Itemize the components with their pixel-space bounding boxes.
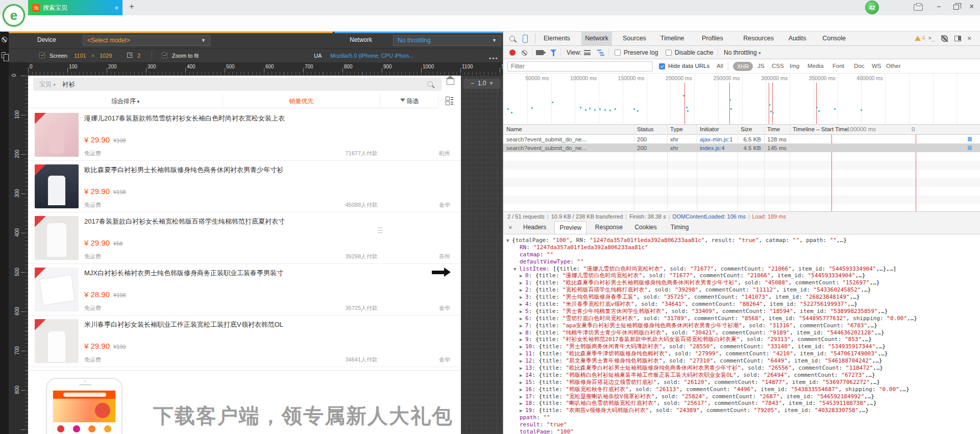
json-line[interactable]: ▶2: {title: "宽松韩版百搭学生纯棉打底衬衣", sold: "392…: [506, 286, 980, 294]
json-line[interactable]: totalPage: "100": [506, 428, 980, 434]
network-overview[interactable]: 50000 ms100000 ms150000 ms200000 ms25000…: [503, 74, 980, 125]
device-model-select[interactable]: <Select model>▼: [83, 35, 210, 46]
request-row[interactable]: search?event_submit_do_ne...200xhrindex.…: [503, 143, 980, 152]
settings-gear-icon[interactable]: [941, 35, 948, 42]
list-view-icon[interactable]: [584, 50, 591, 55]
sort-tab-3[interactable]: 筛选: [380, 94, 439, 108]
screen-checkbox[interactable]: [39, 53, 45, 58]
tab-close-icon[interactable]: ×: [114, 4, 118, 12]
detail-tab-cookies[interactable]: Cookies: [630, 221, 661, 234]
dock-side-icon[interactable]: [954, 36, 961, 41]
tab-sources[interactable]: Sources: [619, 32, 650, 45]
search-category[interactable]: 宝贝: [39, 81, 52, 88]
detail-tab-preview[interactable]: Preview: [554, 221, 586, 234]
speed-badge[interactable]: 42: [865, 1, 879, 14]
filter-all[interactable]: All: [717, 63, 723, 69]
detail-tab-timing[interactable]: Timing: [666, 221, 694, 234]
record-icon[interactable]: [509, 50, 516, 56]
dpr-value[interactable]: 2: [137, 53, 140, 59]
pane-resize-handle[interactable]: •••: [489, 55, 499, 62]
column-header-3[interactable]: Initiator: [700, 126, 719, 132]
view-mode-grid-icon[interactable]: [446, 97, 453, 104]
page-zoom-control[interactable]: − 1.0 +: [463, 79, 500, 89]
json-line[interactable]: ▶5: {title: "男士青少年纯棉复古休闲学生韩版衬衣", sold: "…: [506, 308, 980, 315]
tab-elements[interactable]: Elements: [540, 32, 574, 45]
detail-tab-headers[interactable]: Headers: [519, 221, 551, 234]
column-header-5[interactable]: Time: [767, 126, 780, 132]
json-line[interactable]: ▶18: {title: "喇叭袖白色雪纺韩版宽松打底衬衣", sold: "2…: [506, 400, 980, 407]
maximize-button[interactable]: [953, 5, 959, 10]
product-row[interactable]: 欧比森夏季白衬衫男士长袖韩版修身纯色商务休闲衬衣男青少年寸衫¥ 29.90¥19…: [28, 161, 461, 212]
request-initiator[interactable]: index.js:4: [700, 145, 725, 151]
json-line[interactable]: ▶8: {title: "纯棉牛津坊男士青少年休闲韩版白衬衣", sold: "…: [506, 329, 980, 336]
product-title[interactable]: 2017春装新款白衬衫女长袖宽松韩版百搭学生纯棉韩范打底夏衬衣寸: [84, 217, 350, 226]
inspect-toggle-icon[interactable]: [2, 37, 7, 42]
console-drawer-icon[interactable]: >_: [928, 35, 935, 41]
product-row[interactable]: MJX白衬衫长袖衬衣男士纯色韩版修身商务正装职业工装春季男装寸¥ 28.90¥1…: [28, 264, 461, 316]
json-line[interactable]: ▼listItem: [{title: "漫娜儿雪纺白色时尚宽松衬衣", sol…: [506, 266, 980, 273]
json-line[interactable]: ▶6: {title: "雪纺打底白色时尚宽松衬衣", sold: "31789…: [506, 315, 980, 322]
screen-width-value[interactable]: 1101: [74, 53, 86, 59]
clear-icon[interactable]: [522, 50, 527, 56]
new-tab-button[interactable]: +: [129, 2, 134, 12]
json-line[interactable]: ▶0: {title: "漫娜儿雪纺白色时尚宽松衬衣", sold: "7167…: [506, 272, 980, 279]
page-search-bar[interactable]: 宝贝 ▾ 衬衫: [33, 78, 442, 91]
filter-type-other[interactable]: Other: [886, 63, 901, 69]
sort-tab-1[interactable]: 综合排序 ▾: [28, 94, 223, 108]
json-line[interactable]: ▶14: {title: "韩版棉白色衬衫短袖夏装半袖工作服正装工装大码衬衣职业…: [506, 372, 980, 379]
json-line[interactable]: ▶10: {title: "男士韩版商务休闲青年大码薄款衬衣", sold: "…: [506, 343, 980, 350]
warning-icon[interactable]: [915, 36, 921, 41]
tab-network[interactable]: Network: [581, 32, 612, 45]
request-name[interactable]: search?event_submit_do_ne...: [506, 145, 629, 151]
preview-json-tree[interactable]: ▼{totalPage: "100", RN: "1247da357a01f1e…: [503, 234, 980, 434]
warning-count[interactable]: 4: [922, 35, 925, 41]
filter-type-js[interactable]: JS: [757, 63, 764, 69]
request-name[interactable]: search?event_submit_do_ne...: [506, 136, 629, 142]
column-header-1[interactable]: Status: [637, 126, 654, 132]
filter-xhr-selected[interactable]: XHR: [733, 62, 753, 71]
json-line[interactable]: defaultViewType: "": [506, 258, 980, 266]
throttling-select[interactable]: No throttling ▾: [724, 49, 761, 56]
product-title[interactable]: 米川春季白衬衫女装长袖职业工作正装宽松工装打底V领衬衣韩范OL: [84, 320, 350, 329]
json-line[interactable]: ▶7: {title: "apa安夏季白衬衫男士短袖韩版修身纯色商务休闲衬衣男青…: [506, 322, 980, 329]
json-line[interactable]: ppath: "": [506, 414, 980, 421]
json-line[interactable]: catmap: "": [506, 251, 980, 258]
column-header-2[interactable]: Type: [670, 126, 683, 132]
window-close-button[interactable]: ×: [969, 2, 974, 11]
product-title[interactable]: 漫娜儿2017春装新款韩范雪纺衬衫女长袖白色时尚衬衣宽松女装上衣: [84, 114, 350, 123]
filter-type-img[interactable]: Img: [790, 63, 799, 69]
search-term[interactable]: 衬衫: [62, 81, 75, 88]
json-line[interactable]: ▶9: {title: "衬衫女长袖韩范2017春装新款中长款大码女装百搭宽松韩…: [506, 336, 980, 343]
json-line[interactable]: result: "true": [506, 421, 980, 428]
theme-shirt-icon[interactable]: [914, 4, 923, 11]
filter-type-font[interactable]: Font: [832, 63, 844, 69]
json-line[interactable]: ▶12: {title: "易文夏季男士青年修身纯色韩版衬衣", sold: "…: [506, 357, 980, 365]
minimize-button[interactable]: −: [937, 2, 941, 11]
app-download-banner[interactable]: 下载客户端，领专属新人大礼包: [28, 370, 461, 434]
product-row[interactable]: 2017春装新款白衬衫女长袖宽松韩版百搭学生纯棉韩范打底夏衬衣寸¥ 29.90¥…: [28, 212, 461, 264]
disable-cache-checkbox[interactable]: [666, 50, 672, 56]
filter-type-css[interactable]: CSS: [772, 63, 784, 69]
json-line[interactable]: ▼{totalPage: "100", RN: "1247da357a01f1e…: [506, 237, 980, 244]
device-mode-icon[interactable]: [523, 35, 528, 43]
filter-input[interactable]: [507, 61, 653, 71]
detail-close-icon[interactable]: ×: [508, 224, 512, 231]
ua-value[interactable]: Mozilla/5.0 (iPhone; CPU iPhon...: [330, 53, 499, 59]
filter-funnel-icon[interactable]: [550, 50, 556, 56]
request-row[interactable]: search?event_submit_do_ne...200xhrajax-m…: [503, 135, 980, 143]
sort-tab-2[interactable]: 销量优先: [223, 94, 380, 108]
product-row[interactable]: 漫娜儿2017春装新款韩范雪纺衬衫女长袖白色时尚衬衣宽松女装上衣¥ 29.90¥…: [28, 109, 461, 161]
zoom-fit-checkbox[interactable]: [162, 53, 167, 58]
rotate-device-icon[interactable]: [2, 52, 6, 58]
tab-timeline[interactable]: Timeline: [657, 32, 688, 45]
json-line[interactable]: ▶15: {title: "韩版修身百搭花边立领雪纺打底衫", sold: "2…: [506, 379, 980, 386]
column-header-0[interactable]: Name: [506, 126, 522, 132]
tab-profiles[interactable]: Profiles: [698, 32, 727, 45]
request-initiator[interactable]: ajax-min.js:1: [700, 136, 733, 142]
json-line[interactable]: ▶11: {title: "欧比森夏季牛津纺韩版修身纯色棉衬衣", sold: …: [506, 350, 980, 357]
waterfall-view-icon[interactable]: [597, 50, 604, 56]
json-line[interactable]: ▶3: {title: "男士纯色韩版修身春季工装", sold: "35725…: [506, 294, 980, 301]
json-line[interactable]: ▶17: {title: "宽松显瘦喇叭袖条纹V领罩衫衬衣", sold: "2…: [506, 393, 980, 400]
network-throttle-select[interactable]: No throttling▼: [393, 35, 501, 46]
json-line[interactable]: ▶16: {title: "韩版宽松秋冬打底衬衣", sold: "26113"…: [506, 386, 980, 393]
